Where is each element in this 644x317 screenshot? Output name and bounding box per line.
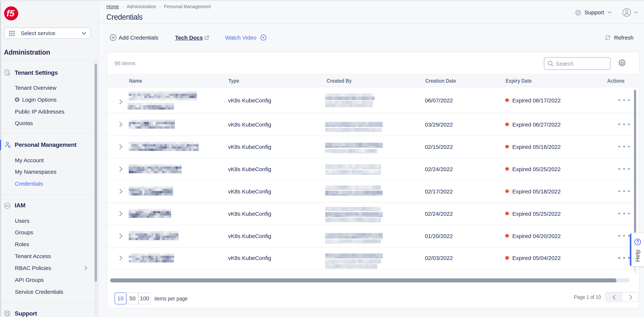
svg-text:f5: f5 [6,8,15,18]
